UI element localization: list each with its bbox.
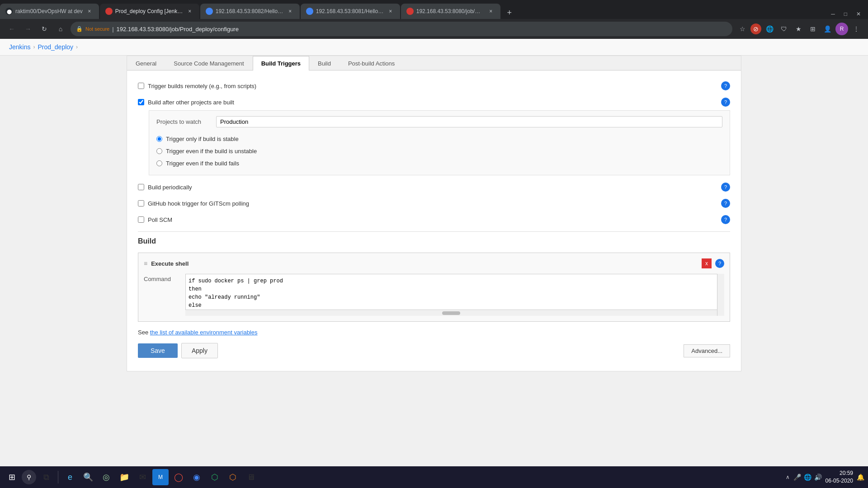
save-button[interactable]: Save bbox=[138, 343, 178, 358]
minimize-button[interactable]: ─ bbox=[827, 9, 839, 19]
extension-icon-6[interactable]: 👤 bbox=[821, 23, 834, 35]
radio-fails-row: Trigger even if the build fails bbox=[156, 157, 722, 169]
extension-icon-1[interactable]: ⊘ bbox=[750, 23, 761, 34]
taskbar-search[interactable]: ⚲ bbox=[22, 470, 36, 484]
taskbar-clock[interactable]: 20:59 06-05-2020 bbox=[826, 469, 853, 485]
radio-stable-row: Trigger only if build is stable bbox=[156, 133, 722, 145]
radio-stable[interactable] bbox=[156, 136, 162, 142]
menu-button[interactable]: ⋮ bbox=[850, 23, 863, 35]
tab-source-code[interactable]: Source Code Management bbox=[165, 56, 252, 70]
close-button[interactable]: ✕ bbox=[853, 9, 864, 19]
command-textarea-wrapper: if sudo docker ps | grep prod then echo … bbox=[185, 274, 724, 316]
address-url: 192.168.43.53:8080/job/Prod_deploy/confi… bbox=[117, 26, 239, 33]
maximize-button[interactable]: □ bbox=[840, 9, 851, 19]
taskbar-search2[interactable]: 🔍 bbox=[80, 469, 96, 485]
taskbar-explorer[interactable]: 📁 bbox=[116, 469, 132, 485]
build-periodically-row: Build periodically ? bbox=[138, 179, 730, 195]
build-periodically-checkbox[interactable] bbox=[138, 184, 144, 190]
browser-chrome: ⬤ raktim00/DevOpsHW at dev × Prod_deploy… bbox=[0, 0, 868, 39]
build-section-header: Build bbox=[138, 231, 730, 249]
tab-close-4[interactable]: × bbox=[387, 7, 395, 15]
taskbar-chrome[interactable]: ◉ bbox=[189, 469, 205, 485]
radio-fails[interactable] bbox=[156, 160, 162, 166]
taskbar-app4[interactable]: ⬡ bbox=[207, 469, 223, 485]
address-bar[interactable]: 🔒 Not secure | 192.168.43.53:8080/job/Pr… bbox=[71, 22, 732, 36]
profile-avatar[interactable]: R bbox=[835, 23, 848, 35]
reload-button[interactable]: ↻ bbox=[38, 23, 51, 35]
tab-close-5[interactable]: × bbox=[487, 7, 495, 15]
github-hook-label: GitHub hook trigger for GITScm polling bbox=[148, 200, 249, 207]
not-secure-label: Not secure bbox=[85, 26, 109, 32]
notification-area: ∧ bbox=[786, 474, 790, 480]
security-icon: 🔒 bbox=[76, 26, 83, 32]
browser-tab-5[interactable]: 192.168.43.53:8080/job/Develop... × bbox=[401, 4, 500, 19]
forward-button[interactable]: → bbox=[22, 23, 34, 35]
tab-close-2[interactable]: × bbox=[186, 7, 194, 15]
tab-favicon-2 bbox=[105, 8, 113, 15]
remove-shell-button[interactable]: x bbox=[702, 258, 712, 268]
taskbar-app5[interactable]: ⬡ bbox=[225, 469, 241, 485]
clock-date: 06-05-2020 bbox=[826, 477, 853, 485]
help-icon-github[interactable]: ? bbox=[721, 199, 730, 208]
help-icon-trigger-remotely[interactable]: ? bbox=[721, 81, 730, 90]
tab-general[interactable]: General bbox=[127, 56, 165, 70]
extension-icon-2[interactable]: 🌐 bbox=[763, 23, 776, 35]
build-after-label: Build after other projects are built bbox=[148, 99, 234, 106]
tab-build-triggers[interactable]: Build Triggers bbox=[253, 56, 309, 70]
browser-tab-1[interactable]: ⬤ raktim00/DevOpsHW at dev × bbox=[0, 4, 99, 19]
browser-tab-4[interactable]: 192.168.43.53:8081/Hello.html × bbox=[301, 4, 400, 19]
env-vars-link[interactable]: the list of available environment variab… bbox=[150, 329, 258, 336]
trigger-remotely-row: Trigger builds remotely (e.g., from scri… bbox=[138, 78, 730, 94]
taskbar-edge[interactable]: e bbox=[62, 469, 78, 485]
extension-icon-4[interactable]: ★ bbox=[792, 23, 805, 35]
execute-shell-header: ≡ Execute shell x ? bbox=[144, 258, 724, 268]
tab-build[interactable]: Build bbox=[309, 56, 340, 70]
window-controls: ─ □ ✕ bbox=[827, 9, 868, 19]
microphone-icon[interactable]: 🎤 bbox=[793, 474, 801, 481]
taskbar-app2[interactable]: ◯ bbox=[170, 469, 187, 485]
command-textarea[interactable]: if sudo docker ps | grep prod then echo … bbox=[185, 274, 724, 314]
browser-tab-2[interactable]: Prod_deploy Config [Jenkins] × bbox=[100, 4, 199, 19]
start-button[interactable]: ⊞ bbox=[4, 469, 20, 485]
help-icon-build-after[interactable]: ? bbox=[721, 98, 730, 107]
tab-bar: ⬤ raktim00/DevOpsHW at dev × Prod_deploy… bbox=[0, 0, 868, 19]
network-icon[interactable]: 🌐 bbox=[804, 474, 811, 481]
taskbar-app6[interactable]: 🖥 bbox=[243, 469, 259, 485]
radio-unstable[interactable] bbox=[156, 148, 162, 154]
extension-icon-3[interactable]: 🛡 bbox=[778, 23, 790, 35]
browser-tab-3[interactable]: 192.168.43.53:8082/Hello.html × bbox=[200, 4, 300, 19]
tab-close-3[interactable]: × bbox=[286, 7, 294, 15]
volume-icon[interactable]: 🔊 bbox=[814, 474, 822, 481]
breadcrumb-project[interactable]: Prod_deploy bbox=[38, 43, 73, 51]
star-icon[interactable]: ☆ bbox=[736, 23, 749, 35]
tab-close-1[interactable]: × bbox=[85, 7, 94, 15]
up-arrow-icon[interactable]: ∧ bbox=[786, 474, 790, 480]
help-icon-periodically[interactable]: ? bbox=[721, 183, 730, 192]
taskbar-app1[interactable]: M bbox=[152, 469, 169, 485]
advanced-button[interactable]: Advanced... bbox=[684, 344, 730, 357]
scroll-thumb bbox=[442, 311, 460, 315]
poll-scm-checkbox[interactable] bbox=[138, 216, 144, 223]
github-hook-checkbox[interactable] bbox=[138, 200, 144, 206]
trigger-remotely-checkbox[interactable] bbox=[138, 83, 144, 89]
taskbar-mail[interactable]: ✉ bbox=[134, 469, 151, 485]
vertical-scrollbar[interactable] bbox=[717, 274, 724, 316]
taskbar-task-view[interactable]: ⧉ bbox=[38, 469, 54, 485]
taskbar: ⊞ ⚲ ⧉ e 🔍 ◎ 📁 ✉ M ◯ ◉ ⬡ ⬡ 🖥 ∧ 🎤 🌐 🔊 20:5… bbox=[0, 466, 868, 488]
breadcrumb-jenkins[interactable]: Jenkins bbox=[9, 43, 30, 51]
extension-icon-5[interactable]: ⊞ bbox=[807, 23, 819, 35]
tab-post-build[interactable]: Post-build Actions bbox=[340, 56, 403, 70]
home-button[interactable]: ⌂ bbox=[54, 23, 67, 35]
apply-button[interactable]: Apply bbox=[181, 343, 218, 358]
notification-button[interactable]: 🔔 bbox=[857, 474, 864, 481]
help-icon-poll-scm[interactable]: ? bbox=[721, 215, 730, 224]
projects-to-watch-input[interactable] bbox=[216, 116, 722, 127]
config-panel: General Source Code Management Build Tri… bbox=[127, 56, 741, 371]
horizontal-scrollbar[interactable] bbox=[185, 310, 717, 316]
tab-title-4: 192.168.43.53:8081/Hello.html bbox=[316, 8, 384, 14]
back-button[interactable]: ← bbox=[5, 23, 18, 35]
new-tab-button[interactable]: + bbox=[503, 6, 516, 19]
build-after-checkbox[interactable] bbox=[138, 99, 144, 105]
help-icon-shell[interactable]: ? bbox=[715, 259, 724, 268]
taskbar-cortana[interactable]: ◎ bbox=[98, 469, 114, 485]
